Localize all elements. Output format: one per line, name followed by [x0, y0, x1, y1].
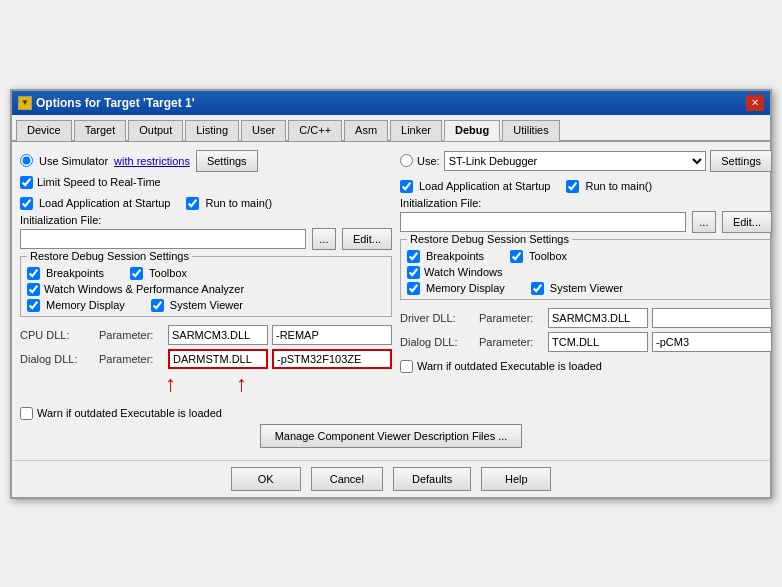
title-bar: ▼ Options for Target 'Target 1' ✕: [12, 91, 770, 115]
left-watch-windows-checkbox[interactable]: [27, 283, 40, 296]
title-bar-left: ▼ Options for Target 'Target 1': [18, 96, 195, 110]
left-restore-group: Restore Debug Session Settings Breakpoin…: [20, 256, 392, 317]
left-cpu-dll-input[interactable]: [168, 325, 268, 345]
defaults-button[interactable]: Defaults: [393, 467, 471, 491]
left-restore-row2: Watch Windows & Performance Analyzer: [27, 283, 385, 296]
right-load-app-label: Load Application at Startup: [419, 180, 550, 192]
limit-speed-checkbox[interactable]: [20, 176, 33, 189]
tab-output[interactable]: Output: [128, 120, 183, 141]
tab-cpp[interactable]: C/C++: [288, 120, 342, 141]
left-restore-inner: Breakpoints Toolbox Watch Windows & Perf…: [27, 267, 385, 312]
left-run-main-checkbox[interactable]: [186, 197, 199, 210]
right-driver-param-input[interactable]: [652, 308, 772, 328]
arrows-container: ↑ ↑: [20, 373, 392, 403]
left-watch-windows-label: Watch Windows & Performance Analyzer: [44, 283, 244, 295]
left-breakpoints-checkbox[interactable]: [27, 267, 40, 280]
right-load-app-checkbox[interactable]: [400, 180, 413, 193]
use-debugger-radio[interactable]: [400, 154, 413, 167]
left-init-file-input[interactable]: [20, 229, 306, 249]
right-system-viewer-label: System Viewer: [550, 282, 623, 294]
left-init-file-label: Initialization File:: [20, 214, 101, 226]
use-simulator-radio[interactable]: [20, 154, 33, 167]
left-init-file-section: Initialization File: ... Edit...: [20, 214, 392, 250]
tab-debug[interactable]: Debug: [444, 120, 500, 141]
left-edit-button[interactable]: Edit...: [342, 228, 392, 250]
right-toolbox-label: Toolbox: [529, 250, 567, 262]
left-dll-section: CPU DLL: Parameter: Dialog DLL: Paramete…: [20, 325, 392, 369]
left-dialog-dll-input[interactable]: [168, 349, 268, 369]
right-section: Use: ST-Link Debugger Settings Load Appl…: [400, 150, 772, 420]
left-toolbox-label: Toolbox: [149, 267, 187, 279]
right-dialog-dll-input[interactable]: [548, 332, 648, 352]
left-dialog-param-input[interactable]: [272, 349, 392, 369]
right-init-file-section: Initialization File: ... Edit...: [400, 197, 772, 233]
right-warn-row: Warn if outdated Executable is loaded: [400, 360, 772, 373]
right-dialog-param-input[interactable]: [652, 332, 772, 352]
left-warn-label: Warn if outdated Executable is loaded: [37, 407, 222, 419]
limit-speed-row: Limit Speed to Real-Time: [20, 176, 392, 189]
left-system-viewer-checkbox[interactable]: [151, 299, 164, 312]
right-dialog-param-label: Parameter:: [479, 336, 544, 348]
tab-utilities[interactable]: Utilities: [502, 120, 559, 141]
right-system-viewer-checkbox[interactable]: [531, 282, 544, 295]
right-watch-windows-label: Watch Windows: [424, 266, 502, 278]
right-breakpoints-checkbox[interactable]: [407, 250, 420, 263]
tab-bar: Device Target Output Listing User C/C++ …: [12, 115, 770, 142]
left-browse-button[interactable]: ...: [312, 228, 336, 250]
limit-speed-label: Limit Speed to Real-Time: [37, 176, 161, 188]
left-restore-row1: Breakpoints Toolbox: [27, 267, 385, 280]
left-load-app-checkbox[interactable]: [20, 197, 33, 210]
tab-asm[interactable]: Asm: [344, 120, 388, 141]
right-restore-group: Restore Debug Session Settings Breakpoin…: [400, 239, 772, 300]
manage-component-button[interactable]: Manage Component Viewer Description File…: [260, 424, 523, 448]
left-dialog-param-label: Parameter:: [99, 353, 164, 365]
ok-button[interactable]: OK: [231, 467, 301, 491]
right-restore-title: Restore Debug Session Settings: [407, 233, 572, 245]
use-simulator-label: Use Simulator: [39, 155, 108, 167]
right-settings-button[interactable]: Settings: [710, 150, 772, 172]
tab-listing[interactable]: Listing: [185, 120, 239, 141]
simulator-row: Use Simulator with restrictions Settings: [20, 150, 392, 172]
right-arrow-icon: ↑: [236, 373, 247, 395]
right-use-label: Use:: [417, 155, 440, 167]
debugger-select[interactable]: ST-Link Debugger: [444, 151, 707, 171]
right-restore-row3: Memory Display System Viewer: [407, 282, 765, 295]
left-run-main-label: Run to main(): [205, 197, 272, 209]
right-init-file-label: Initialization File:: [400, 197, 481, 209]
right-toolbox-checkbox[interactable]: [510, 250, 523, 263]
right-driver-dll-grid: Driver DLL: Parameter:: [400, 308, 772, 328]
left-section: Use Simulator with restrictions Settings…: [20, 150, 392, 420]
right-watch-windows-checkbox[interactable]: [407, 266, 420, 279]
tab-device[interactable]: Device: [16, 120, 72, 141]
left-restore-title: Restore Debug Session Settings: [27, 250, 192, 262]
right-memory-display-checkbox[interactable]: [407, 282, 420, 295]
tab-target[interactable]: Target: [74, 120, 127, 141]
right-driver-dll-input[interactable]: [548, 308, 648, 328]
right-warn-checkbox[interactable]: [400, 360, 413, 373]
help-button[interactable]: Help: [481, 467, 551, 491]
left-memory-display-checkbox[interactable]: [27, 299, 40, 312]
close-button[interactable]: ✕: [746, 95, 764, 111]
left-toolbox-checkbox[interactable]: [130, 267, 143, 280]
left-warn-checkbox[interactable]: [20, 407, 33, 420]
left-cpu-param-input[interactable]: [272, 325, 392, 345]
tab-user[interactable]: User: [241, 120, 286, 141]
left-dll-grid: CPU DLL: Parameter:: [20, 325, 392, 345]
right-memory-display-label: Memory Display: [426, 282, 505, 294]
right-run-main-checkbox[interactable]: [566, 180, 579, 193]
left-cpu-param-label: Parameter:: [99, 329, 164, 341]
cancel-button[interactable]: Cancel: [311, 467, 383, 491]
right-dll-section: Driver DLL: Parameter: Dialog DLL: Param…: [400, 308, 772, 352]
left-settings-button[interactable]: Settings: [196, 150, 258, 172]
left-load-row: Load Application at Startup Run to main(…: [20, 197, 392, 210]
tab-linker[interactable]: Linker: [390, 120, 442, 141]
right-browse-button[interactable]: ...: [692, 211, 716, 233]
right-run-main-label: Run to main(): [585, 180, 652, 192]
right-init-file-input[interactable]: [400, 212, 686, 232]
right-edit-button[interactable]: Edit...: [722, 211, 772, 233]
left-warn-row: Warn if outdated Executable is loaded: [20, 407, 392, 420]
bottom-bar: OK Cancel Defaults Help: [12, 460, 770, 497]
with-restrictions-link[interactable]: with restrictions: [114, 155, 190, 167]
right-restore-row1: Breakpoints Toolbox: [407, 250, 765, 263]
left-restore-row3: Memory Display System Viewer: [27, 299, 385, 312]
